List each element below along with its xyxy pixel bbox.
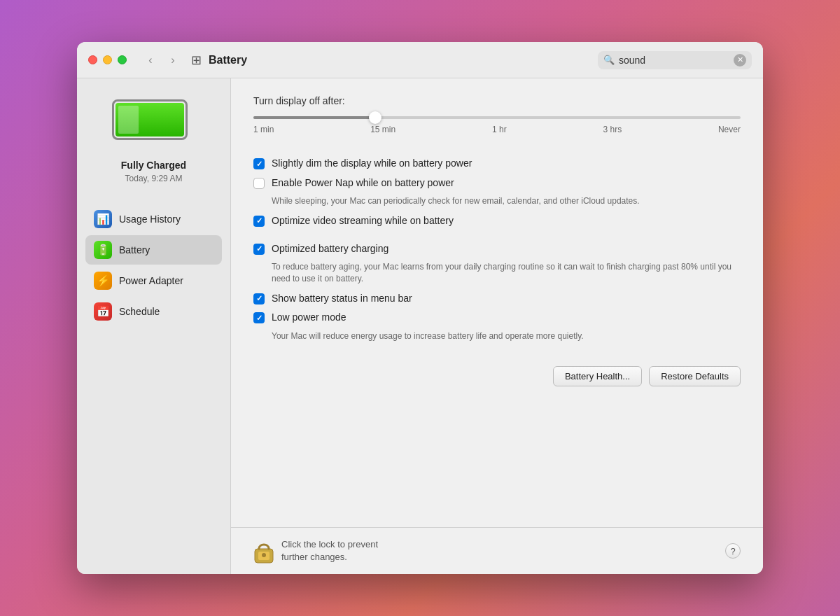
sidebar-item-battery[interactable]: 🔋 Battery bbox=[85, 235, 222, 265]
usage-history-icon: 📊 bbox=[94, 210, 112, 228]
sidebar-nav: 📊 Usage History 🔋 Battery ⚡ Power Adapte… bbox=[77, 204, 230, 328]
search-box[interactable]: 🔍 sound ✕ bbox=[598, 51, 752, 69]
bottom-bar: Click the lock to preventfurther changes… bbox=[231, 527, 763, 574]
sidebar-item-power-adapter[interactable]: ⚡ Power Adapter bbox=[85, 266, 222, 295]
sidebar-item-usage-history[interactable]: 📊 Usage History bbox=[85, 204, 222, 234]
battery-fill bbox=[115, 103, 184, 136]
window-title: Battery bbox=[209, 54, 247, 66]
checkbox-row-menu-bar: ✓ Show battery status in menu bar bbox=[253, 292, 741, 306]
grid-icon[interactable]: ⊞ bbox=[191, 52, 202, 68]
battery-shine bbox=[118, 106, 139, 134]
help-button[interactable]: ? bbox=[725, 543, 741, 559]
restore-defaults-button[interactable]: Restore Defaults bbox=[649, 366, 741, 386]
optimized-charging-checkbox[interactable]: ✓ bbox=[253, 244, 265, 255]
sidebar-item-power-label: Power Adapter bbox=[119, 275, 183, 286]
maximize-button[interactable] bbox=[118, 55, 127, 64]
sidebar: Fully Charged Today, 9:29 AM 📊 Usage His… bbox=[77, 78, 231, 574]
sidebar-item-usage-label: Usage History bbox=[119, 214, 181, 225]
search-clear-button[interactable]: ✕ bbox=[734, 54, 746, 66]
power-nap-label: Enable Power Nap while on battery power bbox=[272, 176, 454, 190]
dim-display-checkbox[interactable]: ✓ bbox=[253, 158, 265, 169]
search-icon: 🔍 bbox=[603, 55, 615, 65]
checkmark-icon: ✓ bbox=[256, 314, 262, 323]
optimized-charging-label: Optimized battery charging bbox=[272, 242, 388, 256]
svg-point-2 bbox=[262, 553, 266, 557]
close-button[interactable] bbox=[88, 55, 97, 64]
battery-icon: 🔋 bbox=[94, 241, 112, 259]
checkbox-row-optimized-charging: ✓ Optimized battery charging bbox=[253, 242, 741, 256]
slider-labels: 1 min 15 min 1 hr 3 hrs Never bbox=[253, 125, 741, 134]
low-power-subtext: Your Mac will reduce energy usage to inc… bbox=[272, 330, 741, 342]
lock-area: Click the lock to preventfurther changes… bbox=[253, 538, 378, 564]
low-power-checkbox[interactable]: ✓ bbox=[253, 312, 265, 323]
slider-mark-1hr: 1 hr bbox=[492, 125, 507, 134]
sidebar-item-battery-label: Battery bbox=[119, 244, 150, 255]
video-streaming-checkbox[interactable]: ✓ bbox=[253, 216, 265, 227]
battery-time-label: Today, 9:29 AM bbox=[125, 174, 183, 183]
traffic-lights bbox=[88, 55, 127, 64]
slider-mark-never: Never bbox=[718, 125, 741, 134]
lock-icon[interactable] bbox=[253, 538, 274, 564]
optimized-charging-subtext: To reduce battery aging, your Mac learns… bbox=[272, 261, 741, 285]
slider-label: Turn display off after: bbox=[253, 95, 741, 106]
main-content: Fully Charged Today, 9:29 AM 📊 Usage His… bbox=[77, 78, 763, 574]
sidebar-item-schedule-label: Schedule bbox=[119, 306, 160, 317]
checkmark-icon: ✓ bbox=[256, 244, 262, 253]
forward-button[interactable]: › bbox=[163, 50, 183, 70]
battery-status-label: Fully Charged bbox=[121, 160, 186, 171]
checkbox-row-dim-display: ✓ Slightly dim the display while on batt… bbox=[253, 157, 741, 171]
menu-bar-checkbox[interactable]: ✓ bbox=[253, 293, 265, 304]
slider-container: 1 min 15 min 1 hr 3 hrs Never bbox=[253, 116, 741, 134]
slider-track[interactable] bbox=[253, 116, 741, 119]
battery-health-button[interactable]: Battery Health... bbox=[553, 366, 642, 386]
battery-graphic bbox=[112, 99, 196, 148]
menu-bar-label: Show battery status in menu bar bbox=[272, 292, 412, 306]
detail-panel: Turn display off after: 1 min 15 min 1 h… bbox=[231, 78, 763, 527]
checkmark-icon: ✓ bbox=[256, 160, 262, 169]
lock-text: Click the lock to preventfurther changes… bbox=[281, 538, 378, 564]
slider-mark-1min: 1 min bbox=[253, 125, 274, 134]
checkbox-row-low-power: ✓ Low power mode bbox=[253, 311, 741, 325]
search-value[interactable]: sound bbox=[619, 55, 734, 66]
detail-content-area: Turn display off after: 1 min 15 min 1 h… bbox=[231, 78, 763, 574]
power-adapter-icon: ⚡ bbox=[94, 272, 112, 290]
checkmark-icon: ✓ bbox=[256, 216, 262, 225]
titlebar: ‹ › ⊞ Battery 🔍 sound ✕ bbox=[77, 42, 763, 78]
schedule-icon: 📅 bbox=[94, 302, 112, 321]
sidebar-item-schedule[interactable]: 📅 Schedule bbox=[85, 297, 222, 326]
slider-mark-15min: 15 min bbox=[370, 125, 396, 134]
checkbox-row-power-nap: Enable Power Nap while on battery power bbox=[253, 176, 741, 190]
slider-thumb[interactable] bbox=[369, 111, 382, 124]
system-preferences-window: ‹ › ⊞ Battery 🔍 sound ✕ Fully Charge bbox=[77, 42, 763, 574]
slider-mark-3hrs: 3 hrs bbox=[603, 125, 622, 134]
minimize-button[interactable] bbox=[103, 55, 112, 64]
dim-display-label: Slightly dim the display while on batter… bbox=[272, 157, 472, 171]
slider-fill bbox=[253, 116, 375, 119]
low-power-label: Low power mode bbox=[272, 311, 346, 325]
back-button[interactable]: ‹ bbox=[141, 50, 160, 70]
checkbox-row-video-streaming: ✓ Optimize video streaming while on batt… bbox=[253, 214, 741, 228]
power-nap-checkbox[interactable] bbox=[253, 178, 265, 189]
battery-body bbox=[112, 99, 188, 140]
checkmark-icon: ✓ bbox=[256, 294, 262, 303]
power-nap-subtext: While sleeping, your Mac can periodicall… bbox=[272, 195, 741, 207]
nav-buttons: ‹ › bbox=[141, 50, 183, 70]
battery-tip bbox=[187, 112, 188, 127]
video-streaming-label: Optimize video streaming while on batter… bbox=[272, 214, 454, 228]
